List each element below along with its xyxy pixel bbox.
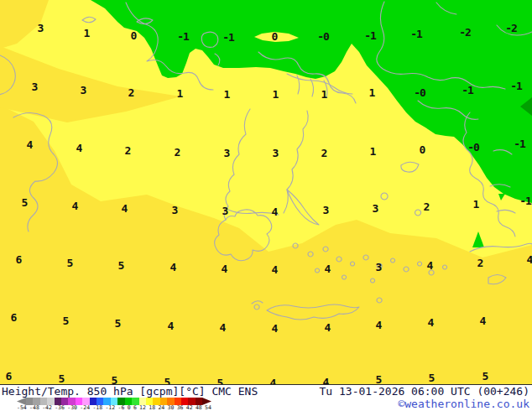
temp-value: 4 xyxy=(272,322,278,335)
temp-value: 4 xyxy=(122,202,128,215)
temp-value: 5 xyxy=(376,373,382,385)
temp-value: 2 xyxy=(321,147,327,159)
temp-value: 5 xyxy=(112,374,117,385)
legend-tick-label: -54 xyxy=(17,405,27,411)
temp-value: -1 xyxy=(364,29,376,42)
temp-value: 4 xyxy=(527,253,532,266)
temp-value: 5 xyxy=(482,370,488,382)
legend-tick-label: 6 xyxy=(133,405,137,411)
temp-value: -1 xyxy=(177,30,189,43)
legend-tick-label: -24 xyxy=(80,405,90,411)
temp-value: 5 xyxy=(22,196,28,209)
temp-value: 3 xyxy=(81,84,86,96)
temp-value: 3 xyxy=(32,81,38,93)
temp-value: 3 xyxy=(38,22,44,34)
temp-value: 1 xyxy=(84,27,90,39)
temp-value: 3 xyxy=(222,205,228,217)
temp-value: -0 xyxy=(414,86,425,99)
temp-value: -1 xyxy=(222,31,234,44)
legend-tick-label: 48 xyxy=(196,405,202,411)
legend-tick-label: 30 xyxy=(168,405,175,411)
temp-value: 3 xyxy=(172,204,178,216)
map-title: Height/Temp. 850 hPa [gcpm][°C] CMC ENS xyxy=(2,385,258,398)
temperature-legend: -54-48-42-36-30-24-18-12-606121824303642… xyxy=(17,398,211,411)
legend-tick-label: -48 xyxy=(29,405,39,411)
temp-value: 4 xyxy=(170,261,176,273)
legend-tick-label: 0 xyxy=(128,405,131,411)
temp-value: 4 xyxy=(323,376,329,385)
temp-value: 4 xyxy=(270,377,276,385)
temp-value: 3 xyxy=(224,147,230,159)
temp-value: 4 xyxy=(222,263,227,275)
temp-value: 6 xyxy=(11,311,17,324)
temp-value: 1 xyxy=(177,87,183,100)
temp-value: 5 xyxy=(59,372,65,385)
temp-value: 1 xyxy=(369,86,375,99)
temp-value: -2 xyxy=(505,22,517,34)
legend-tick-label: 18 xyxy=(149,405,155,411)
temp-value: 1 xyxy=(473,198,479,211)
temp-value: 6 xyxy=(16,253,22,266)
temperature-grid: 310-1-10-0-1-1-2-233211111-0-1-144223321… xyxy=(0,0,532,384)
temp-value: 4 xyxy=(220,321,226,334)
legend-tick-label: 54 xyxy=(205,405,211,411)
temp-value: 0 xyxy=(420,143,425,156)
temp-value: -0 xyxy=(317,30,329,43)
legend-tick-label: 12 xyxy=(139,405,146,411)
temp-value: 4 xyxy=(427,259,433,272)
legend-tick-label: 42 xyxy=(186,405,193,411)
temp-value: 0 xyxy=(272,30,278,43)
legend-tick-label: -36 xyxy=(55,405,65,411)
temp-value: -1 xyxy=(514,138,525,150)
temp-value: 4 xyxy=(76,142,82,154)
temp-value: 5 xyxy=(429,372,435,384)
temp-value: 4 xyxy=(168,320,174,332)
temp-value: 4 xyxy=(428,316,434,329)
temp-value: 2 xyxy=(128,86,134,99)
temp-value: -1 xyxy=(519,195,531,207)
temp-value: 6 xyxy=(6,370,12,382)
temp-value: 5 xyxy=(67,257,73,269)
temp-value: 4 xyxy=(272,206,278,218)
temp-value: -1 xyxy=(510,80,522,92)
legend-tick-labels: -54-48-42-36-30-24-18-12-606121824303642… xyxy=(17,405,211,411)
temp-value: 4 xyxy=(325,321,331,334)
temp-value: -0 xyxy=(467,141,479,153)
footer-bar: Height/Temp. 850 hPa [gcpm][°C] CMC ENS … xyxy=(0,384,532,411)
temp-value: 4 xyxy=(325,263,331,275)
temp-value: 5 xyxy=(118,259,124,272)
temp-value: 4 xyxy=(27,138,33,151)
temp-value: 1 xyxy=(370,145,376,158)
temp-value: 1 xyxy=(321,88,327,101)
temp-value: 3 xyxy=(376,261,382,273)
temp-value: 2 xyxy=(477,257,483,269)
legend-tick-label: -42 xyxy=(42,405,52,411)
legend-tick-label: 36 xyxy=(177,405,184,411)
temp-value: 5 xyxy=(63,315,69,327)
map-datetime: Tu 13-01-2026 06:00 UTC (00+246) xyxy=(320,385,529,398)
legend-tick-label: -18 xyxy=(92,405,102,411)
temp-value: 0 xyxy=(131,29,137,42)
legend-tick-label: -12 xyxy=(105,405,115,411)
temp-value: 2 xyxy=(175,146,180,159)
temp-value: 5 xyxy=(217,377,223,385)
legend-tick-label: -30 xyxy=(67,405,77,411)
temp-value: 5 xyxy=(164,376,170,385)
temp-value: 3 xyxy=(323,204,329,216)
temp-value: 4 xyxy=(480,315,486,327)
temp-value: 3 xyxy=(373,202,378,215)
legend-tick-label: -6 xyxy=(118,405,125,411)
copyright-link[interactable]: ©weatheronline.co.uk xyxy=(398,398,529,411)
temp-value: 2 xyxy=(125,144,131,157)
temp-value: 4 xyxy=(272,263,278,276)
temp-value: 3 xyxy=(273,147,279,159)
temp-value: 1 xyxy=(224,88,230,101)
map-area: 310-1-10-0-1-1-2-233211111-0-1-144223321… xyxy=(0,0,532,384)
legend-tick-label: 24 xyxy=(158,405,164,411)
temp-value: 4 xyxy=(376,319,382,331)
temp-value: 1 xyxy=(273,88,279,101)
temp-value: 5 xyxy=(115,317,121,330)
temp-value: -1 xyxy=(462,84,473,96)
temp-value: -1 xyxy=(410,28,422,40)
temp-value: 2 xyxy=(424,200,430,213)
